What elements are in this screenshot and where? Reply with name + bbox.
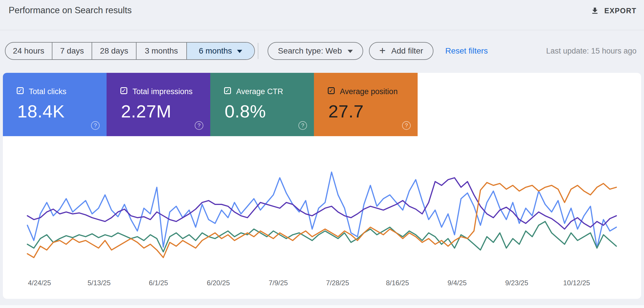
date-range-label: 28 days [100,46,128,56]
add-filter-label: Add filter [391,46,423,56]
export-button[interactable]: EXPORT [590,6,637,15]
chevron-down-icon [348,50,353,53]
date-range-28-days[interactable]: 28 days [92,43,136,59]
line-series-total-impressions [27,178,616,229]
x-axis-tick-label: 6/1/25 [149,279,168,287]
performance-line-chart[interactable]: 4/24/255/13/256/1/256/20/257/9/257/28/25… [3,73,641,299]
page-title: Performance on Search results [9,5,132,16]
date-range-label: 24 hours [13,46,44,56]
filter-divider [258,43,258,59]
x-axis-tick-label: 8/16/25 [386,279,409,287]
x-axis-tick-label: 7/9/25 [269,279,288,287]
date-range-label: 6 months [199,46,232,56]
performance-panel: ✓Total clicks18.4K?✓Total impressions2.2… [3,73,641,299]
export-label: EXPORT [604,7,637,15]
filter-bar: 24 hours7 days28 days3 months6 months Se… [0,42,644,60]
reset-filters-link[interactable]: Reset filters [445,42,488,60]
x-axis-tick-label: 7/28/25 [326,279,349,287]
x-axis-tick-label: 9/4/25 [448,279,467,287]
date-range-label: 7 days [60,46,84,56]
download-icon [590,6,599,15]
line-series-average-position [27,182,616,258]
x-axis-tick-label: 4/24/25 [28,279,51,287]
x-axis-tick-label: 9/23/25 [505,279,528,287]
add-filter-button[interactable]: + Add filter [369,42,433,60]
header-divider [0,30,644,30]
search-type-dropdown[interactable]: Search type: Web [268,42,363,60]
date-range-3-months[interactable]: 3 months [136,43,186,59]
date-range-7-days[interactable]: 7 days [52,43,92,59]
x-axis-tick-label: 5/13/25 [88,279,111,287]
date-range-6-months[interactable]: 6 months [186,43,254,59]
date-range-label: 3 months [145,46,178,56]
date-range-24-hours[interactable]: 24 hours [5,43,52,59]
date-range-segmented-control: 24 hours7 days28 days3 months6 months [5,42,255,60]
x-axis-tick-label: 10/12/25 [563,279,590,287]
last-update-text: Last update: 15 hours ago [546,42,637,60]
search-type-label: Search type: Web [278,46,342,56]
footer-strip [0,305,644,308]
plus-icon: + [379,45,386,56]
x-axis-tick-label: 6/20/25 [207,279,230,287]
chevron-down-icon [237,50,242,53]
